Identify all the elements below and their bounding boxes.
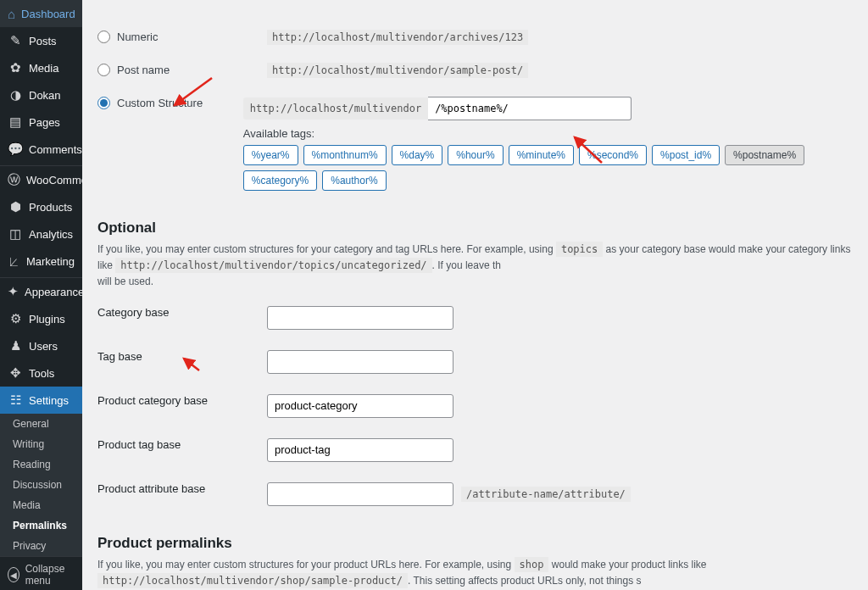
attribute-suffix-code: /attribute-name/attribute/ xyxy=(461,487,631,502)
sidebar-item-label: Users xyxy=(29,340,58,353)
url-prefix: http://localhost/multivendor xyxy=(243,97,428,120)
menu-icon: ✎ xyxy=(8,33,23,48)
menu-icon: ◫ xyxy=(8,226,23,242)
category-base-input[interactable] xyxy=(267,306,453,330)
admin-sidebar: ⌂Dashboard✎Posts✿Media◑Dokan▤Pages💬Comme… xyxy=(0,0,82,590)
menu-icon: 💬 xyxy=(8,142,23,157)
label-product-tag-base: Product tag base xyxy=(97,438,267,451)
menu-icon: ⟀ xyxy=(8,253,20,269)
sidebar-item-dashboard[interactable]: ⌂Dashboard xyxy=(0,0,82,27)
sidebar-item-marketing[interactable]: ⟀Marketing xyxy=(0,248,82,275)
menu-icon: ⬢ xyxy=(8,199,23,214)
menu-icon: ✿ xyxy=(8,60,23,75)
sidebar-item-appearance[interactable]: ✦Appearance xyxy=(0,278,82,305)
tag-year[interactable]: %year% xyxy=(243,145,298,165)
tag-base-input[interactable] xyxy=(267,350,453,374)
sidebar-item-woocommerce[interactable]: ⓦWooCommerce xyxy=(0,166,82,193)
tag-postname[interactable]: %postname% xyxy=(725,145,804,165)
sidebar-item-tools[interactable]: ✥Tools xyxy=(0,359,82,387)
sidebar-item-label: Posts xyxy=(29,35,57,47)
sidebar-item-label: Media xyxy=(29,62,58,75)
menu-icon: ♟ xyxy=(8,338,23,353)
tag-second[interactable]: %second% xyxy=(579,145,647,165)
sidebar-item-label: Settings xyxy=(29,394,69,407)
tag-category[interactable]: %category% xyxy=(243,170,317,191)
menu-icon: ▤ xyxy=(8,114,23,130)
label-product-attribute-base: Product attribute base xyxy=(97,482,267,495)
example-code: http://localhost/multivendor/sample-post… xyxy=(267,63,528,78)
main-content: Numeric http://localhost/multivendor/arc… xyxy=(82,0,868,590)
sidebar-item-pages[interactable]: ▤Pages xyxy=(0,109,82,136)
label-tag-base: Tag base xyxy=(97,350,267,363)
menu-icon: ⓦ xyxy=(8,172,20,187)
radio-custom-structure[interactable] xyxy=(97,97,110,109)
tag-day[interactable]: %day% xyxy=(392,145,443,165)
radio-label: Post name xyxy=(117,64,170,76)
submenu-media[interactable]: Media xyxy=(0,495,82,515)
section-heading-product-permalinks: Product permalinks xyxy=(97,535,853,552)
tag-author[interactable]: %author% xyxy=(322,170,386,191)
sidebar-item-dokan[interactable]: ◑Dokan xyxy=(0,81,82,109)
menu-icon: ⌂ xyxy=(8,6,15,21)
sidebar-item-media[interactable]: ✿Media xyxy=(0,54,82,81)
collapse-menu[interactable]: ◀ Collapse menu xyxy=(0,556,82,590)
sidebar-item-label: Tools xyxy=(29,367,54,380)
available-tags-label: Available tags: xyxy=(243,127,853,140)
product-tag-base-input[interactable] xyxy=(267,438,453,462)
optional-description: If you like, you may enter custom struct… xyxy=(97,242,853,291)
menu-icon: ✦ xyxy=(8,284,19,299)
menu-icon: ⚙ xyxy=(8,311,23,326)
collapse-icon: ◀ xyxy=(8,567,19,582)
menu-icon: ✥ xyxy=(8,365,23,381)
submenu-reading[interactable]: Reading xyxy=(0,454,82,475)
tag-minute[interactable]: %minute% xyxy=(509,145,574,165)
sidebar-item-label: Dokan xyxy=(29,89,61,102)
sidebar-item-users[interactable]: ♟Users xyxy=(0,332,82,359)
submenu-writing[interactable]: Writing xyxy=(0,434,82,454)
tag-hour[interactable]: %hour% xyxy=(448,145,503,165)
sidebar-item-posts[interactable]: ✎Posts xyxy=(0,27,82,54)
submenu-general[interactable]: General xyxy=(0,414,82,434)
submenu-permalinks[interactable]: Permalinks xyxy=(0,515,82,536)
sidebar-item-settings[interactable]: ☷ Settings xyxy=(0,387,82,414)
radio-numeric[interactable] xyxy=(97,31,110,43)
example-code: http://localhost/multivendor/archives/12… xyxy=(267,30,528,45)
menu-icon: ◑ xyxy=(8,87,23,103)
settings-submenu: GeneralWritingReadingDiscussionMediaPerm… xyxy=(0,414,82,556)
sidebar-item-label: Pages xyxy=(29,116,60,129)
sidebar-item-plugins[interactable]: ⚙Plugins xyxy=(0,305,82,332)
radio-label: Numeric xyxy=(117,31,158,43)
product-permalinks-description: If you like, you may enter custom struct… xyxy=(97,557,853,590)
sidebar-item-label: Analytics xyxy=(29,228,73,241)
available-tags: %year%%monthnum%%day%%hour%%minute%%seco… xyxy=(243,145,853,191)
sliders-icon: ☷ xyxy=(8,392,23,408)
radio-postname[interactable] xyxy=(97,64,110,76)
label-product-category-base: Product category base xyxy=(97,394,267,407)
sidebar-item-products[interactable]: ⬢Products xyxy=(0,193,82,220)
sidebar-item-label: Marketing xyxy=(26,255,75,268)
sidebar-item-comments[interactable]: 💬Comments xyxy=(0,136,82,163)
sidebar-item-label: Plugins xyxy=(29,313,65,326)
section-heading-optional: Optional xyxy=(97,220,853,237)
sidebar-item-analytics[interactable]: ◫Analytics xyxy=(0,220,82,248)
label-category-base: Category base xyxy=(97,306,267,319)
radio-label: Custom Structure xyxy=(117,97,203,109)
sidebar-item-label: Appearance xyxy=(25,286,84,298)
sidebar-item-label: Dashboard xyxy=(21,8,75,20)
tag-post_id[interactable]: %post_id% xyxy=(652,145,720,165)
product-category-base-input[interactable] xyxy=(267,394,453,418)
custom-structure-input[interactable] xyxy=(428,97,632,120)
sidebar-item-label: Products xyxy=(29,201,72,214)
tag-monthnum[interactable]: %monthnum% xyxy=(303,145,387,165)
sidebar-item-label: Comments xyxy=(29,143,82,156)
submenu-discussion[interactable]: Discussion xyxy=(0,475,82,495)
submenu-privacy[interactable]: Privacy xyxy=(0,536,82,556)
product-attribute-base-input[interactable] xyxy=(267,482,453,506)
